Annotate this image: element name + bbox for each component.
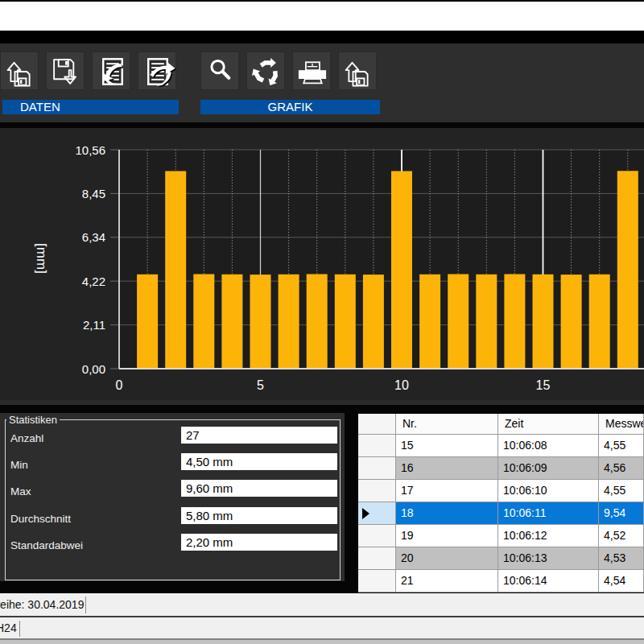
svg-text:2,11: 2,11 <box>83 318 105 332</box>
svg-text:10: 10 <box>394 378 409 392</box>
svg-text:[mm]: [mm] <box>34 243 49 274</box>
svg-text:6,34: 6,34 <box>82 230 105 244</box>
svg-text:8,45: 8,45 <box>82 187 105 200</box>
svg-text:5: 5 <box>257 378 264 392</box>
svg-text:0,00: 0,00 <box>82 362 105 376</box>
svg-text:4,22: 4,22 <box>82 275 105 288</box>
svg-text:10,56: 10,56 <box>75 143 105 157</box>
svg-text:0: 0 <box>116 378 123 392</box>
svg-text:15: 15 <box>536 378 551 392</box>
